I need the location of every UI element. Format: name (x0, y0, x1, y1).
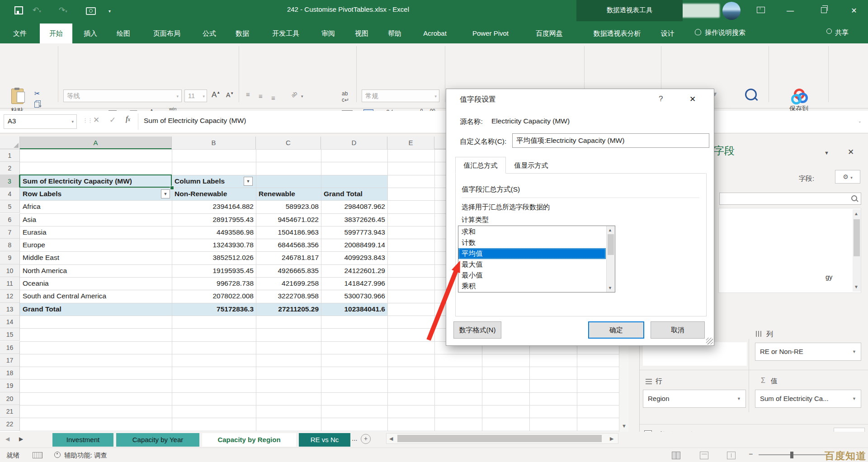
ribbon-tab-data[interactable]: 数据 (229, 24, 256, 43)
row-header-16[interactable]: 16 (0, 341, 20, 354)
align-bottom-icon[interactable]: ≡ (271, 94, 276, 102)
field-list-scroll-up-icon[interactable]: ▲ (854, 211, 859, 216)
row-header-12[interactable]: 12 (0, 290, 20, 302)
ribbon-tab-developer[interactable]: 开发工具 (262, 24, 309, 43)
panel-options-icon[interactable]: ▼ (824, 150, 829, 156)
ribbon-tab-home[interactable]: 开始 (40, 24, 72, 43)
qat-customize-icon[interactable]: ▾ (108, 6, 111, 16)
column-header-C[interactable]: C (256, 137, 321, 149)
row-header-1[interactable]: 1 (0, 149, 20, 162)
sheet-tab-capacity-by-region[interactable]: Capacity by Region (202, 433, 296, 447)
row-header-4[interactable]: 4 (0, 188, 20, 200)
cell-non-renewable[interactable]: 19195935.45 (172, 264, 256, 277)
dialog-tab-0[interactable]: 值汇总方式 (455, 157, 506, 174)
rows-field-chip[interactable]: Region▼ (643, 390, 746, 408)
minimize-button[interactable]: — (780, 0, 801, 21)
ribbon-tab-file[interactable]: 文件 (8, 24, 32, 43)
row-header-8[interactable]: 8 (0, 239, 20, 251)
cell-b4[interactable]: Non-Renewable (172, 188, 256, 200)
ok-button[interactable]: 确定 (588, 321, 644, 339)
cell-renewable[interactable]: 589923.08 (256, 200, 321, 213)
row-header-19[interactable]: 19 (0, 379, 20, 392)
zoom-out-icon[interactable]: − (749, 450, 753, 458)
cell-grand-total[interactable]: 4099293.843 (321, 251, 387, 264)
zoom-slider-thumb[interactable] (790, 452, 793, 458)
align-middle-icon[interactable]: ≡ (259, 92, 264, 100)
row-header-6[interactable]: 6 (0, 213, 20, 226)
number-format-button[interactable]: 数字格式(N) (453, 321, 501, 339)
ribbon-tab-view[interactable]: 视图 (348, 24, 375, 43)
formula-input[interactable]: Sum of Electricity Capacity (MW) (144, 117, 246, 125)
sheet-tab-re-vs-nc[interactable]: RE vs Nc (299, 433, 350, 447)
cell-region[interactable]: Europe (20, 239, 172, 251)
cell-renewable[interactable]: 4926665.835 (256, 264, 321, 277)
restore-button[interactable] (813, 0, 834, 21)
cell-grand-total-gt[interactable]: 102384041.6 (321, 303, 387, 316)
zoom-slider-track[interactable] (759, 454, 829, 455)
cell-grand-total[interactable]: 5300730.966 (321, 290, 387, 302)
cell-grand-total[interactable]: 2984087.962 (321, 200, 387, 213)
cell-grand-total[interactable]: 1418427.996 (321, 277, 387, 290)
field-list-scrollbar[interactable]: ▲ ▼ (853, 209, 861, 292)
cell-region[interactable]: Africa (20, 200, 172, 213)
panel-close-icon[interactable]: ✕ (848, 147, 854, 157)
row-header-9[interactable]: 9 (0, 251, 20, 264)
add-sheet-button[interactable]: + (361, 434, 371, 444)
cell-renewable[interactable]: 246781.817 (256, 251, 321, 264)
cell-renewable[interactable]: 9454671.022 (256, 213, 321, 226)
select-all-corner[interactable] (0, 137, 20, 149)
dialog-resize-grip[interactable] (706, 338, 713, 344)
horizontal-scroll-thumb[interactable] (397, 435, 602, 442)
fill-handle[interactable] (170, 186, 174, 190)
orientation-icon[interactable]: ab (290, 90, 298, 99)
cell-grand-total[interactable]: 24122601.29 (321, 264, 387, 277)
cut-icon[interactable]: ✂ (34, 90, 40, 98)
column-header-A[interactable]: A (20, 137, 172, 149)
ribbon-display-options-icon[interactable]: ↑ (750, 0, 771, 21)
dialog-close-icon[interactable]: ✕ (689, 94, 696, 104)
cell-region[interactable]: Oceania (20, 277, 172, 290)
field-list-scroll-down-icon[interactable]: ▼ (854, 284, 859, 289)
row-header-13[interactable]: 13 (0, 303, 20, 316)
insert-function-icon[interactable]: fx (126, 114, 130, 123)
row-header-14[interactable]: 14 (0, 316, 20, 328)
accessibility-status[interactable]: 辅助功能: 调查 (64, 451, 107, 460)
dialog-tab-1[interactable]: 值显示方式 (506, 157, 557, 174)
normal-view-icon[interactable] (672, 452, 680, 459)
column-header-B[interactable]: B (172, 137, 256, 149)
ribbon-tab-baidu-netdisk[interactable]: 百度网盘 (528, 24, 571, 43)
row-header-15[interactable]: 15 (0, 328, 20, 341)
undo-icon[interactable]: ↶▾ (33, 5, 41, 16)
cell-region[interactable]: Asia (20, 213, 172, 226)
calc-type-option[interactable]: 最大值 (458, 259, 606, 270)
cell-grand-total-re[interactable]: 27211205.29 (256, 303, 321, 316)
redo-icon[interactable]: ↷▾ (59, 5, 67, 16)
row-header-20[interactable]: 20 (0, 392, 20, 405)
calc-type-option[interactable]: 计数 (458, 237, 606, 248)
page-break-view-icon[interactable] (727, 452, 736, 459)
row-labels-filter-icon[interactable]: ▼ (161, 189, 170, 198)
cell-grand-total-nr[interactable]: 75172836.3 (172, 303, 256, 316)
column-header-E[interactable]: E (387, 137, 434, 149)
row-header-10[interactable]: 10 (0, 264, 20, 277)
scroll-right-icon[interactable]: ▶ (610, 436, 613, 442)
calc-type-option[interactable]: 最小值 (458, 270, 606, 281)
cancel-entry-icon[interactable]: ✕ (93, 115, 99, 125)
sheet-nav-left-icon[interactable]: ◀ (5, 436, 9, 442)
listbox-scroll-up-icon[interactable]: ▲ (608, 228, 612, 232)
number-format-select[interactable]: 常规▾ (362, 90, 439, 102)
calc-type-option[interactable]: 求和 (458, 226, 606, 237)
cell-renewable[interactable]: 1504186.963 (256, 226, 321, 239)
sheet-tab-capacity-by-year[interactable]: Capacity by Year (116, 433, 199, 447)
align-top-icon[interactable]: ≡ (246, 90, 251, 98)
ribbon-tab-pivottable-analyze[interactable]: 数据透视表分析 (583, 24, 651, 43)
ribbon-tab-page-layout[interactable]: 页面布局 (143, 24, 190, 43)
name-box[interactable]: A3 ▾ (4, 114, 77, 129)
share-button[interactable]: 共享 (826, 21, 849, 43)
cell-non-renewable[interactable]: 13243930.78 (172, 239, 256, 251)
sheet-tab-investment[interactable]: Investment (52, 433, 113, 447)
cell-a4[interactable]: Row Labels (20, 188, 156, 200)
cell-non-renewable[interactable]: 2394164.882 (172, 200, 256, 213)
macro-record-icon[interactable] (33, 452, 42, 458)
calc-type-option[interactable]: 平均值 (458, 248, 606, 259)
